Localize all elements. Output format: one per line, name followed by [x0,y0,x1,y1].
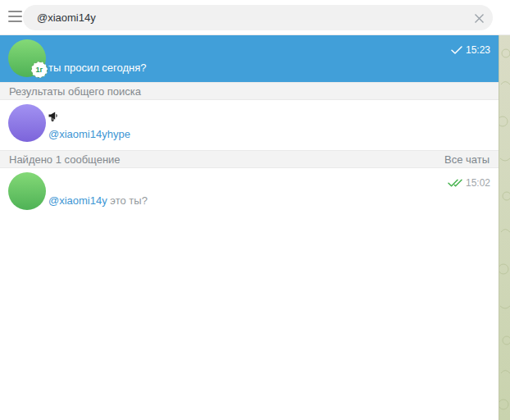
double-check-icon [448,179,462,187]
channel-username: @xiaomi14yhype [48,128,490,140]
message-preview: это ты? [107,194,148,207]
megaphone-icon [48,112,58,121]
message-result-row[interactable]: 15:02 @xiaomi14y это ты? [0,168,499,215]
single-check-icon [451,46,462,54]
chat-avatar: 1г [8,39,46,77]
message-preview: ты просил сегодня? [48,62,490,74]
search-results-panel: 1г 15:23 ты просил сегодня? Результаты о… [0,35,499,420]
channel-avatar [8,104,46,142]
close-icon[interactable] [472,11,485,25]
message-time: 15:02 [466,177,490,189]
message-time: 15:23 [466,44,490,56]
search-input[interactable]: @xiaomi14y [23,5,493,30]
section-header-found-messages: Найдено 1 сообщение Все чаты [0,150,499,168]
all-chats-link[interactable]: Все чаты [444,153,490,166]
doodle-pattern [499,35,510,420]
found-count-label: Найдено 1 сообщение [9,153,121,166]
section-header-global-search: Результаты общего поиска [0,82,499,100]
chat-background-strip [499,35,510,420]
chat-avatar [8,172,46,210]
hamburger-menu-icon[interactable] [8,11,22,22]
section-label: Результаты общего поиска [9,85,141,98]
search-match-highlight: @xiaomi14y [48,194,107,207]
chat-result-row-selected[interactable]: 1г 15:23 ты просил сегодня? [0,35,499,82]
auto-delete-timer-badge: 1г [31,62,48,78]
top-bar: @xiaomi14y [0,0,510,35]
global-result-row[interactable]: @xiaomi14yhype [0,100,499,150]
search-input-value[interactable]: @xiaomi14y [37,11,493,24]
